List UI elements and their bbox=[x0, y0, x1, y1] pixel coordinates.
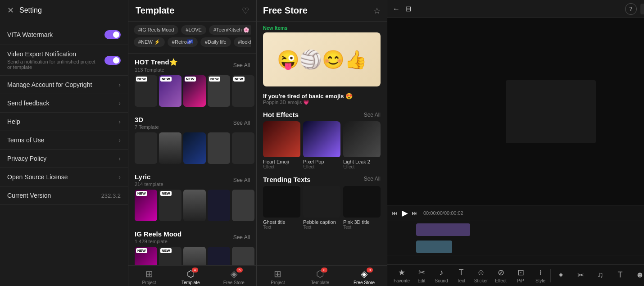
3d-thumb-3[interactable] bbox=[183, 132, 206, 164]
3d-see-all[interactable]: See All bbox=[233, 120, 250, 126]
tool-2-5[interactable]: ☻ bbox=[630, 270, 644, 281]
trending-pink-3d-title[interactable]: Pink 3D title Text bbox=[343, 186, 381, 230]
effect-pixel-pop[interactable]: Pixel Pop Effect bbox=[303, 121, 340, 169]
heart-icon[interactable]: ♡ bbox=[242, 6, 249, 16]
tag-ig-reels[interactable]: #IG Reels Mood bbox=[134, 25, 178, 35]
ghost-title-thumb bbox=[263, 186, 300, 218]
main-card-bg: 😜🏐😊👍 bbox=[263, 32, 381, 86]
tool-2-3[interactable]: ♫ bbox=[590, 270, 610, 281]
hot-effects-see-all[interactable]: See All bbox=[364, 112, 381, 118]
3d-thumbnails bbox=[128, 132, 256, 168]
ig-thumb-4[interactable] bbox=[208, 247, 230, 265]
nav-template-2[interactable]: 8 ⬡ Template bbox=[311, 268, 330, 285]
track-row-3 bbox=[387, 255, 644, 264]
tool-2-1[interactable]: ✦ bbox=[551, 270, 571, 281]
settings-item-open-source[interactable]: Open Source License › bbox=[0, 168, 128, 186]
tag-love[interactable]: #LOVE bbox=[181, 25, 206, 35]
nav-template[interactable]: 4 ⬡ Template bbox=[181, 268, 200, 285]
back-icon[interactable]: ← bbox=[393, 5, 400, 13]
tool-sound[interactable]: ♪ Sound bbox=[431, 268, 451, 283]
tool-2-2[interactable]: ✂ bbox=[571, 270, 590, 281]
tool-pip[interactable]: ⊡ PiP bbox=[511, 268, 531, 283]
tool-2-4[interactable]: T bbox=[610, 270, 630, 281]
lyric-thumb-5[interactable] bbox=[232, 190, 254, 221]
3d-thumb-5[interactable] bbox=[232, 132, 254, 164]
lyric-thumb-4[interactable] bbox=[208, 190, 230, 221]
tool-style[interactable]: ≀ Style bbox=[531, 268, 550, 283]
tag-new[interactable]: #NEW ⚡ bbox=[134, 37, 165, 47]
pink-3d-type: Text bbox=[343, 225, 381, 230]
editor-nav-left: ← ⊟ bbox=[393, 5, 411, 13]
nav-project-2[interactable]: ⊞ Project bbox=[269, 268, 287, 285]
tag-teen[interactable]: #Teen/Kitsch 🌸 bbox=[209, 25, 251, 35]
thumb-5[interactable]: NEW bbox=[232, 75, 254, 107]
close-icon[interactable]: ✕ bbox=[7, 5, 14, 15]
resolution-selector-left[interactable]: 1080p bbox=[640, 4, 644, 14]
ig-thumb-3[interactable] bbox=[183, 247, 206, 265]
ig-thumb-1[interactable]: NEW bbox=[135, 247, 157, 265]
thumb-1[interactable]: NEW bbox=[135, 75, 157, 107]
hot-trend-see-all[interactable]: See All bbox=[233, 62, 250, 68]
settings-item-vita-watermark[interactable]: VITA Watermark bbox=[0, 25, 128, 45]
new-badge: NEW bbox=[136, 248, 147, 253]
sound-label: Sound bbox=[435, 278, 448, 283]
settings-item-manage-account[interactable]: Manage Account for Copyright › bbox=[0, 76, 128, 94]
tool-edit[interactable]: ✂ Edit bbox=[412, 268, 431, 283]
settings-item-video-export[interactable]: Video Export Notification Send a notific… bbox=[0, 45, 128, 76]
version-value: 232.3.2 bbox=[101, 192, 121, 199]
play-button[interactable]: ▶ bbox=[402, 208, 408, 218]
lyric-thumb-3[interactable] bbox=[183, 190, 206, 221]
new-badge: NEW bbox=[160, 77, 172, 82]
tag-retro[interactable]: #Retro🌌 bbox=[168, 37, 198, 47]
tool-text[interactable]: T Text bbox=[451, 268, 471, 283]
star-icon[interactable]: ☆ bbox=[373, 6, 381, 16]
ghost-title-type: Text bbox=[263, 225, 300, 230]
tool-effect[interactable]: ⊘ Effect bbox=[491, 268, 511, 283]
track-clip-2[interactable] bbox=[416, 241, 452, 253]
nav-project[interactable]: ⊞ Project bbox=[140, 268, 158, 285]
track-clip-1[interactable] bbox=[416, 223, 470, 236]
3d-thumb-4[interactable] bbox=[208, 132, 230, 164]
trending-ghost-title[interactable]: Ghost title Text bbox=[263, 186, 300, 230]
pixel-pop-type: Effect bbox=[303, 164, 340, 169]
settings-item-terms[interactable]: Terms of Use › bbox=[0, 131, 128, 150]
3d-thumb-1[interactable] bbox=[135, 132, 157, 164]
3d-thumb-2[interactable] bbox=[159, 132, 181, 164]
thumb-3[interactable]: NEW bbox=[183, 75, 206, 107]
effect-light-leak[interactable]: Light Leak 2 Effect bbox=[343, 121, 381, 169]
main-card[interactable]: 😜🏐😊👍 bbox=[263, 32, 381, 86]
chevron-right-icon: › bbox=[118, 136, 121, 144]
video-export-toggle[interactable] bbox=[104, 56, 121, 65]
lyric-see-all[interactable]: See All bbox=[233, 177, 250, 183]
tool-sticker[interactable]: ☺ Sticker bbox=[471, 268, 491, 283]
nav-free-store[interactable]: 5 ◈ Free Store bbox=[223, 268, 245, 285]
main-card-caption: If you're tired of basic emojis 😍 Poppin… bbox=[257, 91, 387, 108]
thumb-2[interactable]: NEW bbox=[159, 75, 181, 107]
text-label: Text bbox=[457, 278, 465, 283]
ig-thumb-5[interactable] bbox=[232, 247, 254, 265]
tool-favorite[interactable]: ★ Favorite bbox=[392, 268, 412, 283]
settings-item-help[interactable]: Help › bbox=[0, 113, 128, 131]
lyric-thumb-2[interactable]: NEW bbox=[159, 190, 181, 221]
ig-reels-see-all[interactable]: See All bbox=[233, 234, 250, 241]
skip-end-button[interactable]: ⏭ bbox=[412, 209, 418, 217]
help-button[interactable]: ? bbox=[625, 3, 637, 15]
vita-watermark-toggle[interactable] bbox=[104, 30, 121, 39]
heart-emoji-type: Effect bbox=[263, 164, 300, 169]
tool-icon-2-4: T bbox=[618, 270, 623, 280]
lyric-thumb-1[interactable]: NEW bbox=[135, 190, 157, 221]
tag-lookbook[interactable]: #lookbook bbox=[234, 37, 251, 47]
skip-start-button[interactable]: ⏮ bbox=[392, 209, 398, 217]
nav-free-store-2[interactable]: 9 ◈ Free Store bbox=[354, 268, 375, 285]
settings-item-send-feedback[interactable]: Send feedback › bbox=[0, 94, 128, 113]
ig-thumb-2[interactable]: NEW bbox=[159, 247, 181, 265]
effect-heart-emoji[interactable]: Heart Emoji Effect bbox=[263, 121, 300, 169]
bottom-toolbar: ★ Favorite ✂ Edit ♪ Sound T Text ☺ Stick… bbox=[387, 264, 644, 286]
trending-see-all[interactable]: See All bbox=[364, 176, 381, 183]
thumb-4[interactable]: NEW bbox=[208, 75, 230, 107]
tag-daily[interactable]: #Daily life bbox=[200, 37, 231, 47]
trending-pebble-caption[interactable]: Pebble caption Text bbox=[303, 186, 340, 230]
grid-icon[interactable]: ⊟ bbox=[405, 5, 411, 13]
settings-item-privacy[interactable]: Privacy Policy › bbox=[0, 150, 128, 168]
chevron-right-icon: › bbox=[118, 173, 121, 181]
